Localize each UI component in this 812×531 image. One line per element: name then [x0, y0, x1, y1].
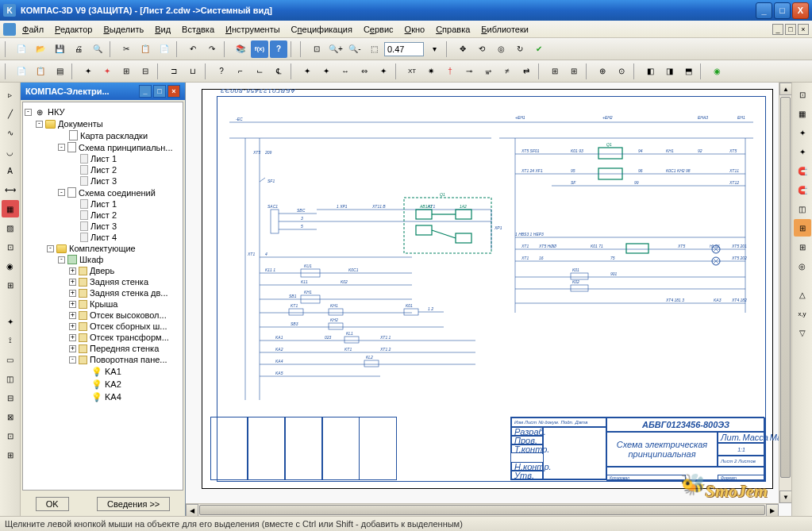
help-button[interactable]: ?	[270, 40, 287, 58]
scroll-left[interactable]: ◀	[186, 504, 198, 516]
tool-d[interactable]: ✦	[79, 63, 97, 80]
scroll-thumb-v[interactable]	[780, 97, 791, 478]
rt-d[interactable]: ✦	[794, 143, 811, 160]
tool-xt[interactable]: XT	[403, 63, 421, 80]
tree-item[interactable]: -Шкаф	[25, 255, 181, 264]
menu-file[interactable]: Файл	[17, 23, 48, 36]
mdi-minimize[interactable]: _	[772, 24, 783, 35]
lt-i[interactable]: ⊠	[2, 408, 19, 425]
tool-y[interactable]: ⊞	[546, 63, 564, 80]
menu-spec[interactable]: Спецификация	[287, 23, 357, 36]
tool-aa[interactable]: ⊕	[594, 63, 611, 80]
zoom-input[interactable]	[384, 42, 424, 56]
rt-f[interactable]: ◫	[794, 200, 811, 217]
tool-ae[interactable]: ⬒	[679, 63, 697, 80]
tool-ab[interactable]: ⊙	[613, 63, 630, 80]
rt-j[interactable]: △	[794, 286, 811, 303]
tool-af[interactable]: ◉	[708, 63, 725, 80]
tree-item[interactable]: 💡KA4	[25, 391, 181, 402]
tool-x[interactable]: ⇄	[518, 63, 535, 80]
lt-rect[interactable]: ▦	[2, 200, 19, 217]
check-button[interactable]: ✔	[530, 40, 548, 58]
tree-item[interactable]: +Отсек трансформ...	[25, 333, 181, 342]
lt-f[interactable]: ▭	[2, 351, 19, 368]
orbit-button[interactable]: ◎	[492, 40, 510, 58]
rt-xy[interactable]: x,y	[794, 305, 811, 322]
scroll-up[interactable]: ▲	[779, 83, 791, 95]
canvas-area[interactable]: АБВГ0123456-800ЭЗ -EC +EH1 +EH2 EHA3 EH1	[186, 83, 791, 516]
tree-title[interactable]: КОМПАС-Электри... _ □ ×	[21, 83, 185, 100]
rt-c[interactable]: ✦	[794, 124, 811, 141]
zoom-in-button[interactable]: 🔍+	[327, 40, 344, 58]
fx-button[interactable]: f(x)	[251, 40, 268, 58]
maximize-button[interactable]: □	[774, 2, 791, 19]
tree-item[interactable]: +Отсек сборных ш...	[25, 321, 181, 331]
libs-button[interactable]: 📚	[232, 40, 249, 58]
tree-item[interactable]: Лист 3	[25, 221, 181, 231]
tree-min[interactable]: _	[139, 85, 152, 98]
tree-item[interactable]: Лист 4	[25, 233, 181, 242]
tree-item[interactable]: 💡KA2	[25, 379, 181, 390]
tool-l[interactable]: ⌙	[251, 63, 268, 80]
menu-libs[interactable]: Библиотеки	[476, 23, 533, 36]
tree-item[interactable]: Лист 1	[25, 154, 181, 164]
open-button[interactable]: 📂	[32, 40, 49, 58]
rotate-button[interactable]: ⟲	[473, 40, 491, 58]
tree-item[interactable]: Лист 2	[25, 210, 181, 220]
lt-curve[interactable]: ∿	[2, 124, 19, 141]
rt-g[interactable]: ⊞	[794, 219, 811, 237]
lt-a[interactable]: ⊡	[2, 238, 19, 256]
lt-k[interactable]: ⊞	[2, 446, 19, 464]
tool-b[interactable]: 📋	[32, 63, 49, 80]
new-button[interactable]: 📄	[13, 40, 30, 58]
refresh-button[interactable]: ↻	[511, 40, 529, 58]
rt-i[interactable]: ◎	[794, 257, 811, 275]
tool-ad[interactable]: ◨	[660, 63, 678, 80]
copy-button[interactable]: 📋	[137, 40, 154, 58]
tool-p[interactable]: ↔	[337, 63, 354, 80]
lt-e[interactable]: ⟟	[2, 332, 19, 349]
tool-t[interactable]: †	[441, 63, 459, 80]
rt-magnet[interactable]: 🧲	[794, 162, 811, 179]
menu-service[interactable]: Сервис	[359, 23, 398, 36]
tool-q[interactable]: ⇔	[356, 63, 373, 80]
tool-u[interactable]: ⊸	[460, 63, 478, 80]
menu-view[interactable]: Вид	[150, 23, 175, 36]
lt-g[interactable]: ◫	[2, 370, 19, 387]
cut-button[interactable]: ✂	[117, 40, 135, 58]
tool-ac[interactable]: ◧	[641, 63, 659, 80]
tree-item[interactable]: -Схема принципиальн...	[25, 142, 181, 152]
rt-e[interactable]: 🧲	[794, 181, 811, 198]
zoom-window-button[interactable]: ⬚	[365, 40, 383, 58]
preview-button[interactable]: 🔍	[89, 40, 106, 58]
menu-help[interactable]: Справка	[431, 23, 475, 36]
lt-dim[interactable]: ⟷	[2, 181, 19, 198]
tool-c[interactable]: ▤	[51, 63, 68, 80]
schematic[interactable]: -EC +EH1 +EH2 EHA3 EH1 XT5 209 SF1	[221, 106, 761, 417]
tool-s[interactable]: ✷	[422, 63, 440, 80]
tree-item[interactable]: +Передняя стенка	[25, 344, 181, 353]
tree-item[interactable]: +Отсек высоковол...	[25, 310, 181, 320]
tree-item[interactable]: -Комплектующие	[25, 244, 181, 253]
tree-item[interactable]: Карта раскладки	[25, 130, 181, 140]
tool-o[interactable]: ✦	[317, 63, 335, 80]
scrollbar-horizontal[interactable]: ◀ ▶	[186, 503, 779, 516]
scrollbar-vertical[interactable]: ▲ ▼	[779, 83, 791, 503]
scroll-right[interactable]: ▶	[766, 504, 779, 516]
menu-select[interactable]: Выделить	[98, 23, 148, 36]
tree-item[interactable]: +Дверь	[25, 266, 181, 275]
paste-button[interactable]: 📄	[156, 40, 173, 58]
menu-tools[interactable]: Инструменты	[221, 23, 285, 36]
tool-n[interactable]: ✦	[298, 63, 316, 80]
tool-k[interactable]: ⌐	[232, 63, 249, 80]
rt-a[interactable]: ⊡	[794, 86, 811, 103]
app-menu-icon[interactable]	[3, 23, 16, 36]
tree-item[interactable]: +Задняя стенка дв...	[25, 288, 181, 298]
tool-a[interactable]: 📄	[13, 63, 30, 80]
tree-item[interactable]: Лист 1	[25, 199, 181, 209]
lt-j[interactable]: ⊡	[2, 427, 19, 444]
rt-l[interactable]: ▽	[794, 324, 811, 341]
save-button[interactable]: 💾	[51, 40, 68, 58]
tool-g[interactable]: ⊟	[137, 63, 154, 80]
menu-window[interactable]: Окно	[400, 23, 430, 36]
